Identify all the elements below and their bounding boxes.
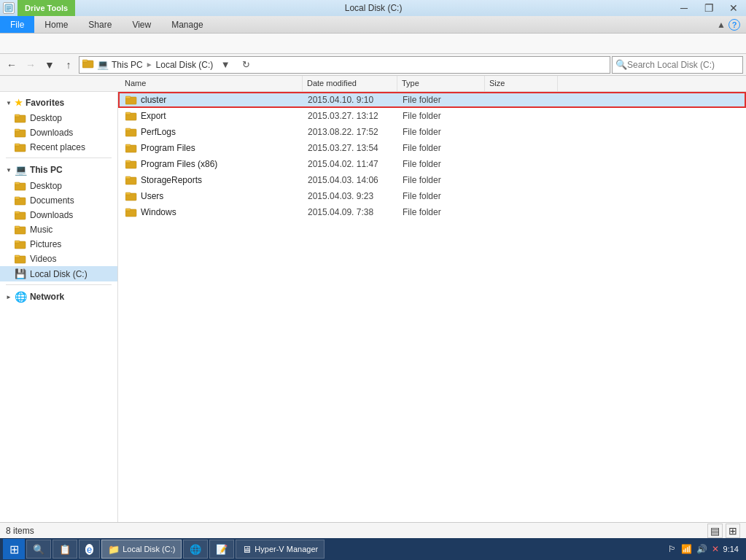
svg-rect-17 xyxy=(15,211,20,214)
file-name: Export xyxy=(125,111,308,121)
table-row[interactable]: PerfLogs 2013.08.22. 17:52 File folder xyxy=(118,124,746,140)
svg-rect-13 xyxy=(15,182,20,184)
col-header-type[interactable]: Type xyxy=(397,76,485,91)
file-type: File folder xyxy=(403,207,490,217)
taskbar-clock[interactable]: 9:14 xyxy=(723,545,739,553)
sidebar-item-videos[interactable]: Videos xyxy=(0,252,117,266)
sidebar-item-local-disk[interactable]: 💾 Local Disk (C:) xyxy=(0,266,117,281)
table-row[interactable]: Program Files 2015.03.27. 13:54 File fol… xyxy=(118,140,746,156)
svg-rect-31 xyxy=(125,144,131,147)
taskbar-notepad[interactable]: 📝 xyxy=(209,540,234,559)
title-bar: Drive Tools Local Disk (C:) ─ ❐ ✕ xyxy=(0,0,746,16)
file-date: 2015.04.03. 14:06 xyxy=(308,175,403,185)
col-header-name[interactable]: Name xyxy=(120,76,303,91)
status-bar-right: ▤ ⊞ xyxy=(707,524,740,538)
close-button[interactable]: ✕ xyxy=(721,0,746,16)
search-input[interactable] xyxy=(627,60,729,70)
taskbar-chrome[interactable]: 🌐 xyxy=(183,540,208,559)
svg-rect-11 xyxy=(15,144,20,146)
forward-button[interactable]: → xyxy=(22,56,39,74)
col-header-size[interactable]: Size xyxy=(485,76,558,91)
file-name: cluster xyxy=(125,95,308,105)
tray-flags-icon: 🏳 xyxy=(668,544,677,554)
details-view-icon[interactable]: ▤ xyxy=(707,524,723,538)
taskbar: ⊞ 🔍 📋 e 📁 Local Disk (C:) 🌐 📝 🖥 Hyper-V … xyxy=(0,538,746,560)
window-icon xyxy=(3,2,15,14)
up-button[interactable]: ↑ xyxy=(60,56,77,74)
tab-manage[interactable]: Manage xyxy=(161,16,213,33)
svg-rect-1 xyxy=(7,7,11,7)
taskbar-task-view[interactable]: 📋 xyxy=(53,540,77,559)
svg-rect-23 xyxy=(15,255,20,257)
refresh-button[interactable]: ↻ xyxy=(238,57,254,73)
tab-share[interactable]: Share xyxy=(78,16,122,33)
taskbar-tray: 🏳 📶 🔊 ✕ 9:14 xyxy=(668,544,743,554)
taskbar-ie[interactable]: e xyxy=(79,540,100,559)
tab-file[interactable]: File xyxy=(0,16,34,33)
address-dropdown-btn[interactable]: ▼ xyxy=(217,57,233,73)
minimize-button[interactable]: ─ xyxy=(672,0,696,16)
sidebar: ▼ ★ Favorites Desktop Downloads Recent p… xyxy=(0,92,118,538)
large-icon-view-icon[interactable]: ⊞ xyxy=(726,524,740,538)
sidebar-favorites-header[interactable]: ▼ ★ Favorites xyxy=(0,95,117,111)
search-bar[interactable]: 🔍 xyxy=(612,56,743,74)
svg-rect-25 xyxy=(125,96,131,98)
dropdown-button[interactable]: ▼ xyxy=(41,56,58,74)
address-bar[interactable]: 💻 This PC ► Local Disk (C:) ▼ ↻ xyxy=(79,56,610,74)
tab-home[interactable]: Home xyxy=(34,16,78,33)
file-name: StorageReports xyxy=(125,175,308,185)
start-button[interactable]: ⊞ xyxy=(3,539,25,559)
sidebar-item-pictures[interactable]: Pictures xyxy=(0,237,117,252)
file-type: File folder xyxy=(403,175,490,185)
taskbar-hyperv[interactable]: 🖥 Hyper-V Manager xyxy=(236,540,325,559)
table-row[interactable]: Users 2015.04.03. 9:23 File folder xyxy=(118,188,746,204)
taskbar-explorer[interactable]: 📁 Local Disk (C:) xyxy=(101,540,182,559)
taskbar-task-view-icon: 📋 xyxy=(59,544,71,555)
restore-button[interactable]: ❐ xyxy=(696,0,721,16)
address-this-pc: This PC xyxy=(112,60,143,70)
tray-network-icon: 📶 xyxy=(681,544,692,554)
drive-icon: 💾 xyxy=(15,268,26,279)
svg-rect-15 xyxy=(15,197,20,199)
table-row[interactable]: Windows 2015.04.09. 7:38 File folder xyxy=(118,204,746,220)
tab-view[interactable]: View xyxy=(122,16,161,33)
sidebar-divider-1 xyxy=(6,158,112,158)
sidebar-network-header[interactable]: ► 🌐 Network xyxy=(0,288,117,306)
sidebar-item-favorites-desktop[interactable]: Desktop xyxy=(0,111,117,125)
sidebar-item-desktop[interactable]: Desktop xyxy=(0,179,117,193)
sidebar-item-downloads[interactable]: Downloads xyxy=(0,208,117,222)
file-date: 2015.04.02. 11:47 xyxy=(308,159,403,169)
file-type: File folder xyxy=(403,159,490,169)
help-icon[interactable]: ? xyxy=(728,19,740,31)
sidebar-item-music[interactable]: Music xyxy=(0,222,117,237)
collapse-ribbon-icon[interactable]: ▲ xyxy=(717,20,726,30)
window-controls: ─ ❐ ✕ xyxy=(672,0,746,16)
table-row[interactable]: Program Files (x86) 2015.04.02. 11:47 Fi… xyxy=(118,156,746,172)
file-name: Windows xyxy=(125,207,308,217)
col-header-date[interactable]: Date modified xyxy=(303,76,397,91)
file-date: 2015.04.10. 9:10 xyxy=(308,95,403,105)
taskbar-search[interactable]: 🔍 xyxy=(26,540,51,559)
sidebar-item-favorites-downloads[interactable]: Downloads xyxy=(0,125,117,140)
sidebar-item-recent-places[interactable]: Recent places xyxy=(0,140,117,155)
window-title: Local Disk (C:) xyxy=(75,3,672,13)
file-name: Program Files (x86) xyxy=(125,159,308,169)
table-row[interactable]: Export 2015.03.27. 13:12 File folder xyxy=(118,108,746,124)
back-button[interactable]: ← xyxy=(3,56,20,74)
search-icon: 🔍 xyxy=(615,59,627,70)
sidebar-thispc-header[interactable]: ▼ 💻 This PC xyxy=(0,161,117,179)
taskbar-ie-icon: e xyxy=(85,544,93,555)
tray-volume-icon: 🔊 xyxy=(696,544,707,554)
svg-rect-7 xyxy=(15,114,20,117)
taskbar-hyperv-icon: 🖥 xyxy=(242,544,252,555)
sidebar-item-documents[interactable]: Documents xyxy=(0,193,117,208)
table-row[interactable]: cluster 2015.04.10. 9:10 File folder xyxy=(118,92,746,108)
table-row[interactable]: StorageReports 2015.04.03. 14:06 File fo… xyxy=(118,172,746,188)
tray-x-icon: ✕ xyxy=(712,544,719,554)
svg-rect-5 xyxy=(82,60,88,62)
file-date: 2015.04.03. 9:23 xyxy=(308,191,403,201)
network-expand-icon: ► xyxy=(6,294,12,300)
file-name: Users xyxy=(125,191,308,201)
star-icon: ★ xyxy=(15,98,23,108)
file-list: cluster 2015.04.10. 9:10 File folder Exp… xyxy=(118,92,746,538)
